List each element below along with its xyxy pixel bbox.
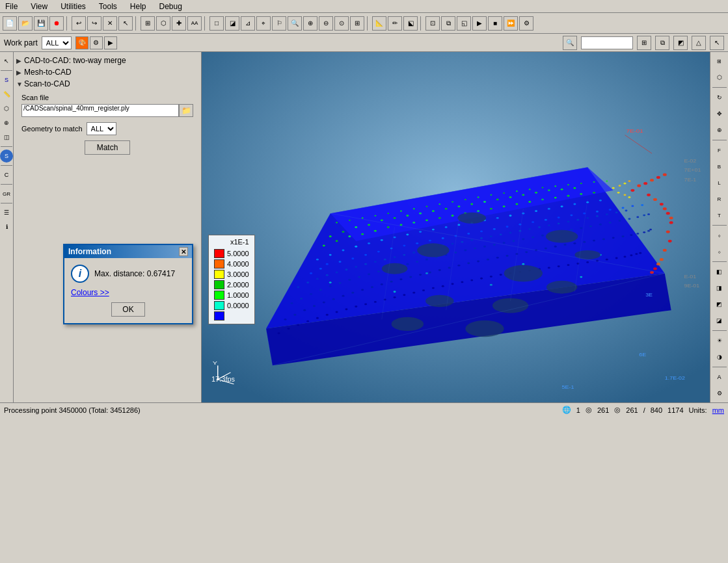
toolbar-record[interactable]: ⏺ [49, 16, 64, 31]
toolbar-select2[interactable]: ◪ [225, 16, 239, 31]
left-tb-gr[interactable]: GR [0, 187, 13, 200]
left-tb-cad[interactable]: C [0, 168, 13, 181]
toolbar-select3[interactable]: ⊿ [241, 16, 255, 31]
right-tb-render2[interactable]: ◨ [712, 280, 727, 296]
toolbar-cursor[interactable]: ✕ [103, 16, 117, 31]
colours-link[interactable]: Colours >> [71, 288, 185, 297]
vp-cursor[interactable]: ↖ [710, 36, 724, 50]
right-tb-top[interactable]: T [712, 207, 727, 223]
toolbar-zoombox[interactable]: ⊞ [350, 16, 364, 31]
toolbar-undo[interactable]: ↩ [72, 16, 86, 31]
right-tb-view1[interactable]: ⬡ [712, 70, 727, 85]
svg-point-255 [432, 287, 435, 289]
left-tb-select[interactable]: ↖ [0, 55, 13, 68]
toolbar-redo[interactable]: ↪ [87, 16, 101, 31]
toolbar-sep-1 [66, 16, 69, 31]
right-tb-ortho[interactable]: ⬦ [712, 244, 727, 259]
menu-view[interactable]: View [28, 1, 50, 12]
left-tb-measure[interactable]: 📏 [0, 88, 13, 101]
right-tb-pan[interactable]: ✥ [712, 106, 727, 122]
workpart-icon-color[interactable]: 🎨 [75, 36, 88, 49]
right-tb-render3[interactable]: ◩ [712, 296, 727, 312]
info-max-distance: Max. distance: 0.67417 [94, 269, 175, 278]
right-tb-render1[interactable]: ◧ [712, 264, 727, 280]
right-tb-light[interactable]: ☀ [712, 333, 727, 348]
left-tb-align[interactable]: ⊕ [0, 116, 13, 129]
toolbar-aa[interactable]: AA [187, 16, 202, 31]
left-tb-sketch[interactable]: S [0, 73, 13, 86]
right-tb-rotate[interactable]: ↻ [712, 90, 727, 105]
vp-search-icon[interactable]: 🔍 [563, 36, 577, 50]
right-tb-label[interactable]: A [712, 369, 727, 385]
toolbar-stop[interactable]: ■ [488, 16, 502, 31]
tree-item-cad2cad[interactable]: ▶ CAD-to-CAD: two-way merge [16, 55, 198, 66]
toolbar-zoomfit[interactable]: ⊙ [334, 16, 349, 31]
left-tb-layers[interactable]: ☰ [0, 206, 13, 219]
toolbar-view1[interactable]: ⊡ [425, 16, 440, 31]
right-tb-render4[interactable]: ◪ [712, 313, 727, 328]
toolbar-zoom1[interactable]: ⊕ [303, 16, 317, 31]
menu-help[interactable]: Help [128, 1, 149, 12]
toolbar-measure[interactable]: 📐 [372, 16, 386, 31]
toolbar-play[interactable]: ⏩ [504, 16, 518, 31]
toolbar-zoom2[interactable]: ⊖ [319, 16, 333, 31]
left-tb-model[interactable]: ⬡ [0, 102, 13, 115]
right-tb-right[interactable]: R [712, 191, 727, 207]
toolbar-save[interactable]: 💾 [34, 16, 48, 31]
right-tb-front[interactable]: F [712, 142, 727, 158]
right-tb-zoom[interactable]: ⊕ [712, 122, 727, 138]
vp-view4[interactable]: △ [692, 36, 706, 50]
svg-point-200 [303, 309, 306, 311]
toolbar-view2[interactable]: ⧉ [441, 16, 455, 31]
menu-utilities[interactable]: Utilities [58, 1, 88, 12]
left-tb-plane[interactable]: ◫ [0, 131, 13, 144]
menu-file[interactable]: File [3, 1, 20, 12]
toolbar-new[interactable]: 📄 [3, 16, 17, 31]
geometry-select[interactable]: ALL [87, 122, 116, 135]
left-tb-scan[interactable]: S [0, 150, 13, 163]
toolbar-flag[interactable]: ⚐ [272, 16, 286, 31]
svg-point-185 [541, 235, 544, 237]
vp-view3[interactable]: ◩ [673, 36, 688, 50]
right-tb-more[interactable]: ⚙ [712, 386, 727, 401]
ok-button[interactable]: OK [111, 302, 144, 317]
workpart-select[interactable]: ALL [42, 36, 72, 49]
match-button[interactable]: Match [85, 140, 131, 155]
toolbar-view3[interactable]: ◱ [457, 16, 471, 31]
right-tb-grid[interactable]: ⊞ [712, 53, 727, 69]
right-tb-back[interactable]: B [712, 159, 727, 174]
toolbar-mesh[interactable]: ⬡ [156, 16, 170, 31]
viewport[interactable]: 7E-01 E-02 7E+01 7E-1 E-01 9E-01 3E 6E 1… [202, 52, 710, 402]
right-tb-shadow[interactable]: ◑ [712, 349, 727, 365]
toolbar-add[interactable]: ✚ [172, 16, 186, 31]
menu-tools[interactable]: Tools [96, 1, 120, 12]
svg-point-204 [342, 295, 345, 297]
svg-point-123 [628, 196, 630, 198]
toolbar-open[interactable]: 📂 [18, 16, 33, 31]
vp-view2[interactable]: ⧉ [655, 36, 669, 50]
toolbar-search1[interactable]: 🔍 [288, 16, 302, 31]
toolbar-cursor2[interactable]: ↖ [118, 16, 133, 31]
toolbar-grid[interactable]: ⊞ [141, 16, 155, 31]
right-tb-iso[interactable]: ⬨ [712, 228, 727, 243]
svg-point-97 [630, 189, 634, 192]
vp-search-input[interactable] [581, 36, 633, 49]
toolbar-anim[interactable]: ▶ [472, 16, 487, 31]
menu-debug[interactable]: Debug [157, 1, 185, 12]
workpart-icon-arrow[interactable]: ▶ [104, 36, 117, 49]
dialog-close-button[interactable]: ✕ [179, 247, 188, 256]
left-tb-info[interactable]: ℹ [0, 220, 13, 233]
tree-item-mesh2cad[interactable]: ▶ Mesh-to-CAD [16, 66, 198, 78]
toolbar-settings[interactable]: ⚙ [519, 16, 533, 31]
right-tb-left[interactable]: L [712, 175, 727, 190]
toolbar-select4[interactable]: ⌖ [256, 16, 271, 31]
vp-view1[interactable]: ⊞ [637, 36, 651, 50]
svg-point-73 [351, 257, 354, 259]
svg-point-101 [656, 176, 660, 179]
tree-item-scan2cad[interactable]: ▼ Scan-to-CAD [16, 78, 198, 90]
toolbar-move[interactable]: ⬕ [403, 16, 418, 31]
toolbar-edit[interactable]: ✏ [388, 16, 402, 31]
toolbar-select1[interactable]: □ [209, 16, 224, 31]
workpart-icon-settings[interactable]: ⚙ [90, 36, 103, 49]
scan-file-browse[interactable]: 📁 [179, 104, 193, 117]
